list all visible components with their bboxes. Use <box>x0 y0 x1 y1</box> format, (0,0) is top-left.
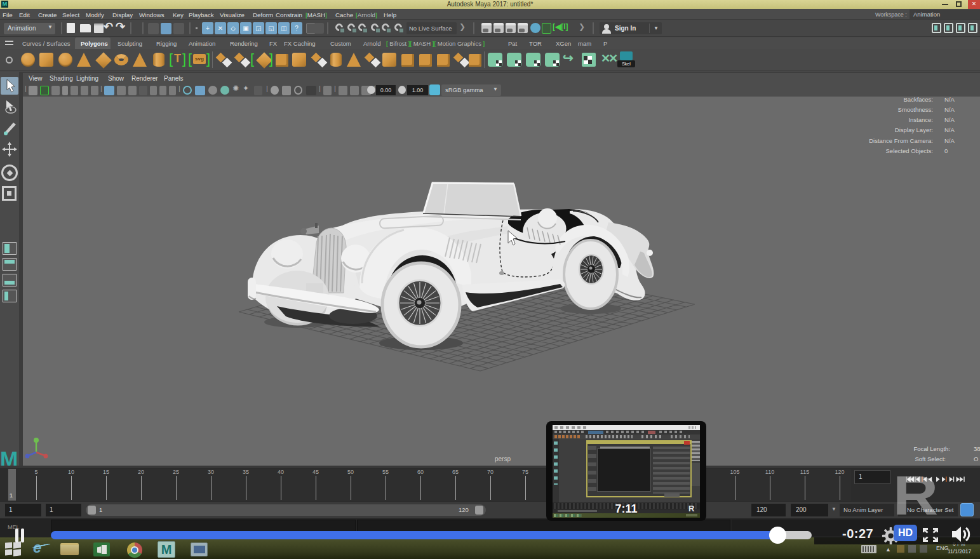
svg-text:persp: persp <box>495 455 511 462</box>
svg-text:Soft Select:: Soft Select: <box>915 455 946 462</box>
svg-text:Instance:: Instance: <box>908 116 933 123</box>
svg-text:N/A: N/A <box>944 116 955 123</box>
svg-text:0: 0 <box>944 147 948 154</box>
svg-text:Selected Objects:: Selected Objects: <box>886 147 933 154</box>
svg-text:Display Layer:: Display Layer: <box>895 126 933 133</box>
svg-text:Smoothness:: Smoothness: <box>898 106 933 113</box>
svg-text:O: O <box>974 455 978 462</box>
svg-text:Distance From Camera:: Distance From Camera: <box>869 137 933 144</box>
svg-text:N/A: N/A <box>944 106 955 113</box>
svg-text:N/A: N/A <box>944 137 955 144</box>
svg-text:38: 38 <box>974 445 980 452</box>
svg-text:N/A: N/A <box>944 97 955 103</box>
svg-text:Backfaces:: Backfaces: <box>904 97 933 103</box>
svg-text:N/A: N/A <box>944 126 955 133</box>
svg-text:Focal Length:: Focal Length: <box>913 445 950 452</box>
